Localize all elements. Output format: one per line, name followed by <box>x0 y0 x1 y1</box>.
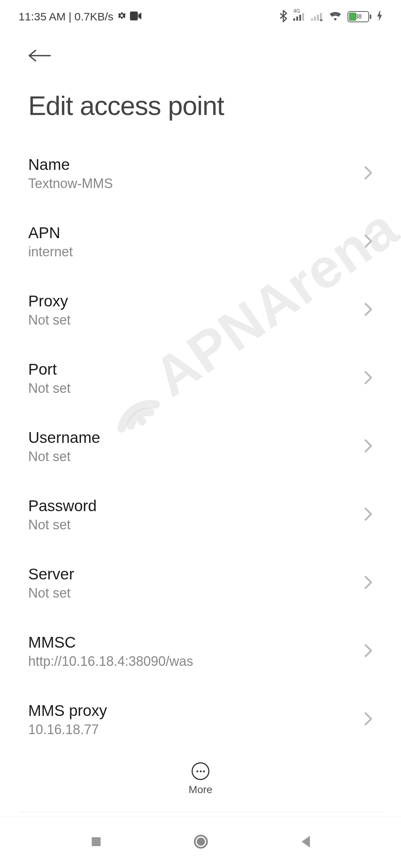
setting-value: Not set <box>28 381 356 396</box>
svg-rect-1 <box>293 18 295 20</box>
svg-rect-4 <box>302 13 304 21</box>
setting-value: Not set <box>28 585 356 601</box>
svg-rect-5 <box>311 18 313 20</box>
nav-back-button[interactable] <box>299 835 312 850</box>
bluetooth-icon <box>279 10 287 24</box>
svg-rect-7 <box>317 15 319 21</box>
more-label: More <box>189 784 212 796</box>
setting-item-proxy[interactable]: Proxy Not set <box>0 276 401 344</box>
svg-rect-2 <box>296 17 298 21</box>
battery-indicator: 38 <box>348 11 371 22</box>
svg-rect-6 <box>314 17 316 21</box>
page-title: Edit access point <box>28 91 373 121</box>
setting-value: internet <box>28 244 356 260</box>
chevron-right-icon <box>364 439 373 454</box>
chevron-right-icon <box>364 507 373 523</box>
status-bar: 11:35 AM | 0.7KB/s 4G 38 <box>0 0 401 33</box>
setting-item-password[interactable]: Password Not set <box>0 481 401 549</box>
settings-list: Name Textnow-MMS APN internet Proxy Not … <box>0 132 401 754</box>
setting-label: MMS proxy <box>28 702 356 720</box>
nav-recents-button[interactable] <box>89 835 103 850</box>
chevron-right-icon <box>364 234 373 250</box>
setting-item-username[interactable]: Username Not set <box>0 412 401 481</box>
status-left: 11:35 AM | 0.7KB/s <box>19 10 142 23</box>
status-divider: | <box>69 10 72 23</box>
status-data-rate: 0.7KB/s <box>75 10 114 23</box>
chevron-right-icon <box>364 302 373 318</box>
svg-rect-3 <box>299 15 301 21</box>
setting-item-port[interactable]: Port Not set <box>0 344 401 412</box>
nav-home-button[interactable] <box>193 834 209 851</box>
setting-label: APN <box>28 224 356 242</box>
setting-value: Not set <box>28 449 356 464</box>
setting-label: MMSC <box>28 634 356 651</box>
header: Edit access point <box>0 33 401 132</box>
setting-item-name[interactable]: Name Textnow-MMS <box>0 139 401 208</box>
setting-value: 10.16.18.77 <box>28 722 356 737</box>
setting-label: Port <box>28 361 356 378</box>
gear-icon <box>117 10 127 23</box>
more-button[interactable]: More <box>0 755 401 803</box>
charging-icon <box>377 11 382 23</box>
setting-value: Not set <box>28 517 356 533</box>
setting-label: Username <box>28 429 356 447</box>
setting-item-mmsc[interactable]: MMSC http://10.16.18.4:38090/was <box>0 617 401 685</box>
chevron-right-icon <box>364 712 373 727</box>
divider <box>19 812 382 812</box>
svg-rect-0 <box>130 11 138 20</box>
setting-value: Textnow-MMS <box>28 176 356 191</box>
svg-rect-11 <box>92 837 101 846</box>
video-icon <box>130 10 142 23</box>
setting-item-apn[interactable]: APN internet <box>0 208 401 276</box>
setting-item-server[interactable]: Server Not set <box>0 549 401 617</box>
back-button[interactable] <box>28 48 373 65</box>
setting-label: Proxy <box>28 292 356 310</box>
setting-label: Server <box>28 565 356 583</box>
chevron-right-icon <box>364 575 373 591</box>
status-time: 11:35 AM <box>19 10 66 23</box>
chevron-right-icon <box>364 371 373 386</box>
signal-nosim-icon <box>311 11 323 23</box>
wifi-icon <box>329 11 342 23</box>
setting-label: Password <box>28 497 356 515</box>
chevron-right-icon <box>364 644 373 659</box>
nav-bar <box>0 816 401 868</box>
setting-label: Name <box>28 156 356 174</box>
chevron-right-icon <box>364 166 373 181</box>
status-right: 4G 38 <box>279 10 382 24</box>
more-icon <box>192 762 209 780</box>
setting-value: http://10.16.18.4:38090/was <box>28 654 356 669</box>
setting-item-mms-proxy[interactable]: MMS proxy 10.16.18.77 <box>0 685 401 754</box>
signal-4g-icon: 4G <box>293 11 305 23</box>
setting-value: Not set <box>28 312 356 328</box>
svg-point-13 <box>197 838 205 846</box>
